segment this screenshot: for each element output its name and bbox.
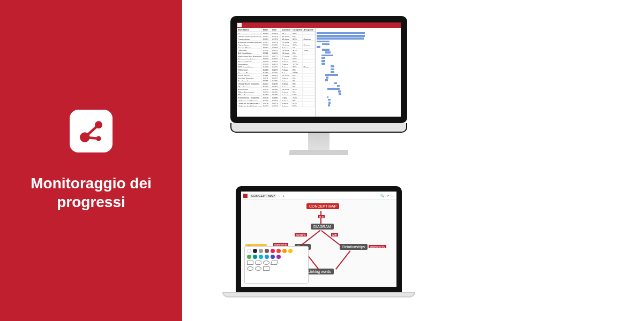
gantt-bar[interactable] [337,85,340,87]
gantt-bar[interactable] [327,88,340,90]
conceptmap-canvas[interactable]: CONCEPT MAP DIAGRAM Concepts Topics Rela… [241,200,396,287]
gantt-bar[interactable] [317,41,330,43]
device-imac: Task NameStartEndDurationCompletionAssig… [230,16,407,155]
app-logo-icon [70,110,113,152]
gantt-bar[interactable] [327,96,328,98]
hero-panel: Monitoraggio dei progressi [0,0,182,321]
gantt-bar[interactable] [317,37,364,40]
hero-title: Monitoraggio dei progressi [0,174,182,211]
edge-label: with [331,233,338,236]
gantt-bar[interactable] [325,51,331,54]
gantt-bar[interactable] [321,63,325,65]
node-root[interactable]: CONCEPT MAP [306,203,339,209]
table-row[interactable]: Uniforms for Kitchen crew04/0704/134 day… [237,104,315,107]
share-icon[interactable]: ↗ [386,194,389,197]
gantt-bar[interactable] [317,46,320,48]
gantt-bar[interactable] [328,104,330,106]
gantt-bar[interactable] [325,79,328,81]
zoom-in-icon[interactable]: + [282,194,284,197]
gantt-bar[interactable] [321,60,325,62]
gantt-bar[interactable] [334,82,337,85]
device-macbook: CONCEPT MAP − + 🔍 ↗ ⋯ CONCEPT MAP DIAGRA… [222,186,415,297]
edge-label: organized by [369,245,386,248]
gantt-bar[interactable] [326,77,328,79]
gantt-bar[interactable] [328,102,331,104]
conceptmap-toolbar: CONCEPT MAP − + 🔍 ↗ ⋯ [241,192,396,200]
gantt-header-row: Task NameStartEndDurationCompletionAssig… [237,28,315,32]
edge-label: is a [318,215,325,218]
zoom-out-icon[interactable]: − [279,194,281,197]
gantt-bar[interactable] [321,55,333,57]
app-logo-icon [243,194,248,198]
gantt-bar[interactable] [325,74,338,76]
document-tab[interactable]: CONCEPT MAP [250,194,276,198]
gantt-bar[interactable] [338,90,341,93]
node-diagram[interactable]: DIAGRAM [311,224,334,230]
node-linking[interactable]: Linking words [305,269,334,274]
gantt-bar[interactable] [317,35,365,37]
shape-style-panel[interactable] [244,246,309,284]
gantt-bar[interactable] [322,49,330,51]
gantt-bar[interactable] [339,93,341,95]
gantt-bar[interactable] [322,43,330,45]
gantt-bar[interactable] [331,65,334,67]
node-relationships[interactable]: Relationships [340,244,368,250]
gantt-bar[interactable] [317,32,365,34]
menu-icon[interactable]: ⋯ [391,194,394,197]
gantt-bar[interactable] [321,57,325,59]
gantt-window-titlebar [237,22,401,28]
gantt-table: Task NameStartEndDurationCompletionAssig… [237,28,316,117]
gantt-bar[interactable] [331,68,334,71]
gantt-chart-area [316,28,401,117]
gantt-bar[interactable] [328,99,331,101]
search-icon[interactable]: 🔍 [380,194,384,197]
edge-label: contains [295,233,307,236]
gantt-bar[interactable] [331,71,334,73]
